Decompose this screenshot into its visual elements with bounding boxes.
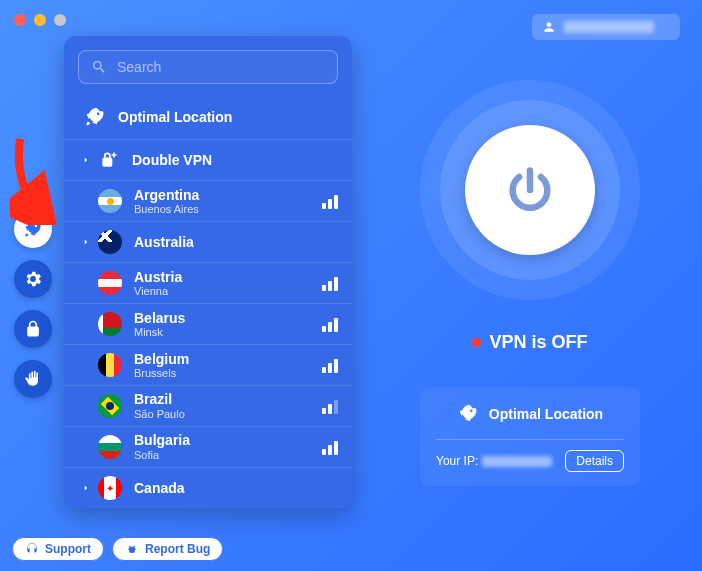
gear-icon xyxy=(23,269,43,289)
signal-strength xyxy=(322,316,338,332)
account-name xyxy=(564,21,654,33)
ip-value xyxy=(482,456,552,467)
window-controls xyxy=(14,14,66,26)
flag-icon-be xyxy=(98,353,122,377)
main-area: VPN is OFF Optimal Location Your IP: Det… xyxy=(380,70,680,511)
double-vpn-row[interactable]: Double VPN xyxy=(64,139,352,180)
flag-icon-ar xyxy=(98,189,122,213)
rocket-icon xyxy=(457,403,479,425)
account-button[interactable] xyxy=(532,14,680,40)
rail-settings-button[interactable] xyxy=(14,260,52,298)
info-card: Optimal Location Your IP: Details xyxy=(420,387,640,486)
status-line: VPN is OFF xyxy=(472,332,587,353)
power-ring xyxy=(420,80,640,300)
tutorial-arrow xyxy=(10,135,62,229)
report-bug-button[interactable]: Report Bug xyxy=(112,537,223,561)
search-box[interactable] xyxy=(78,50,338,84)
signal-strength xyxy=(322,439,338,455)
power-button[interactable] xyxy=(465,125,595,255)
location-row-belgium[interactable]: BelgiumBrussels xyxy=(64,344,352,385)
location-row-argentina[interactable]: ArgentinaBuenos Aires xyxy=(64,180,352,221)
rocket-icon xyxy=(84,106,106,128)
close-window-button[interactable] xyxy=(14,14,26,26)
rail-block-button[interactable] xyxy=(14,360,52,398)
chevron-right-icon xyxy=(81,155,91,165)
locations-panel: Optimal LocationDouble VPNArgentinaBueno… xyxy=(64,36,352,508)
optimal-location-row[interactable]: Optimal Location xyxy=(64,94,352,139)
lock-plus-icon xyxy=(98,149,120,171)
chevron-right-icon xyxy=(81,237,91,247)
bug-icon xyxy=(125,542,139,556)
info-title: Optimal Location xyxy=(489,406,603,422)
location-row-brazil[interactable]: BrazilSão Paulo xyxy=(64,385,352,426)
user-icon xyxy=(542,20,556,34)
support-button[interactable]: Support xyxy=(12,537,104,561)
status-dot xyxy=(472,338,481,347)
location-row-bulgaria[interactable]: BulgariaSofia xyxy=(64,426,352,467)
location-row-canada[interactable]: ✦Canada xyxy=(64,467,352,508)
ip-label: Your IP: xyxy=(436,454,552,468)
flag-icon-au xyxy=(98,230,122,254)
bottom-bar: Support Report Bug xyxy=(12,537,223,561)
details-button[interactable]: Details xyxy=(565,450,624,472)
search-icon xyxy=(91,59,107,75)
signal-strength xyxy=(322,275,338,291)
flag-icon-br xyxy=(98,394,122,418)
sidebar-rail xyxy=(14,210,52,398)
signal-strength xyxy=(322,357,338,373)
divider xyxy=(436,439,624,440)
signal-strength xyxy=(322,193,338,209)
lock-icon xyxy=(23,319,43,339)
location-row-austria[interactable]: AustriaVienna xyxy=(64,262,352,303)
headset-icon xyxy=(25,542,39,556)
location-row-australia[interactable]: Australia xyxy=(64,221,352,262)
flag-icon-at xyxy=(98,271,122,295)
signal-strength xyxy=(322,398,338,414)
rail-security-button[interactable] xyxy=(14,310,52,348)
search-input[interactable] xyxy=(117,59,325,75)
flag-icon-bg xyxy=(98,435,122,459)
flag-icon-by xyxy=(98,312,122,336)
maximize-window-button[interactable] xyxy=(54,14,66,26)
location-row-belarus[interactable]: BelarusMinsk xyxy=(64,303,352,344)
chevron-right-icon xyxy=(81,483,91,493)
power-icon xyxy=(504,164,556,216)
status-text: VPN is OFF xyxy=(489,332,587,353)
minimize-window-button[interactable] xyxy=(34,14,46,26)
hand-icon xyxy=(23,369,43,389)
flag-icon-ca: ✦ xyxy=(98,476,122,500)
